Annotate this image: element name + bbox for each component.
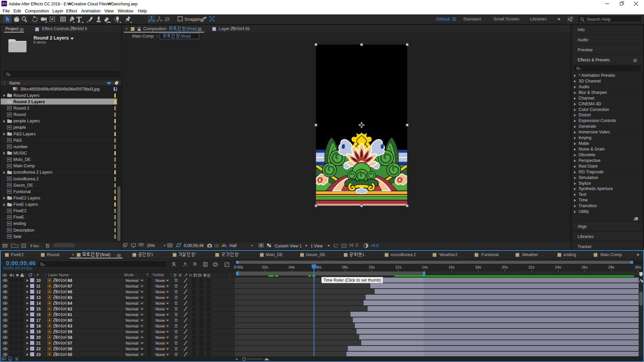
svg-text:24s: 24s xyxy=(555,265,561,269)
svg-text:Half: Half xyxy=(229,243,237,248)
svg-text:16s: 16s xyxy=(448,265,455,269)
svg-text:.: . xyxy=(40,244,41,248)
svg-text:Snapping: Snapping xyxy=(184,17,204,22)
svg-text:fx: fx xyxy=(189,273,192,277)
svg-text:04s: 04s xyxy=(289,265,295,269)
svg-text:30s: 30s xyxy=(635,265,641,269)
svg-text:18s: 18s xyxy=(475,265,481,269)
svg-text:0:00s: 0:00s xyxy=(234,265,243,269)
svg-text:02s: 02s xyxy=(262,265,268,269)
svg-text:12s: 12s xyxy=(395,265,401,269)
svg-text:8 bpc: 8 bpc xyxy=(30,244,39,248)
svg-text:22s: 22s xyxy=(528,265,535,269)
svg-text:20s: 20s xyxy=(502,265,508,269)
svg-text:08s: 08s xyxy=(342,265,348,269)
svg-text:28s: 28s xyxy=(608,265,614,269)
svg-text:0;00;05;46: 0;00;05;46 xyxy=(184,243,204,248)
svg-text:10s: 10s xyxy=(369,265,375,269)
svg-text:14s: 14s xyxy=(422,265,428,269)
svg-text:+0.0: +0.0 xyxy=(371,243,379,248)
svg-text:25%: 25% xyxy=(147,243,155,248)
svg-text:26s: 26s xyxy=(582,265,588,269)
